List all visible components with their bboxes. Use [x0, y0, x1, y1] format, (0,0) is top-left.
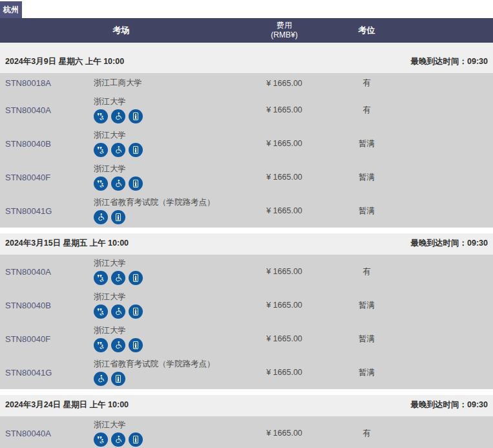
table-row: STN80041G 浙江省教育考试院（学院路考点） ¥ 1665.00 暂满 [0, 356, 493, 389]
venue-cell: 浙江大学 [90, 160, 242, 193]
table-row: STN80040F 浙江大学 ¥ 1665.00 暂满 [0, 160, 493, 194]
seat-status: 暂满 [326, 206, 407, 217]
table-header-row: 考场 费用 (RMB¥) 考位 [0, 18, 493, 43]
tab-hangzhou[interactable]: 杭州 [0, 1, 22, 18]
venue-cell: 浙江大学 [90, 127, 242, 160]
facility-icons [94, 210, 240, 224]
elevator-icon [129, 271, 143, 285]
facility-icons [94, 143, 240, 157]
venue-name: 浙江大学 [94, 420, 240, 430]
fee-value: ¥ 1665.00 [242, 105, 326, 114]
wheelchair-access-icon [111, 338, 125, 352]
seat-status: 暂满 [326, 300, 407, 311]
venue-name: 浙江大学 [94, 130, 240, 140]
venue-name: 浙江大学 [94, 258, 240, 268]
venue-code: STN80040A [0, 105, 90, 115]
wheelchair-access-icon [111, 304, 125, 319]
seat-status: 有 [326, 105, 407, 116]
date-section: 2024年3月9日 星期六 上午 10:00 最晚到达时间：09:30 STN8… [0, 43, 493, 228]
venue-name: 浙江大学 [94, 164, 240, 174]
table-row: STN80040A 浙江大学 ¥ 1665.00 有 [0, 93, 493, 127]
venue-name: 浙江大学 [94, 325, 240, 336]
date-section-header: 2024年3月9日 星期六 上午 10:00 最晚到达时间：09:30 [0, 43, 493, 73]
hearing-assistance-icon [94, 304, 108, 319]
column-header-seat: 考位 [326, 25, 407, 36]
fee-value: ¥ 1665.00 [242, 368, 326, 377]
fee-value: ¥ 1665.00 [242, 334, 326, 343]
hearing-assistance-icon [94, 176, 108, 191]
venue-code: STN80040A [0, 429, 90, 438]
hearing-assistance-icon [94, 271, 108, 285]
hearing-assistance-icon [94, 143, 108, 157]
venue-code: STN80041G [0, 206, 90, 216]
seat-status: 暂满 [326, 367, 407, 378]
date-section-header: 2024年3月15日 星期五 上午 10:00 最晚到达时间：09:30 [0, 233, 493, 255]
test-centre-availability-page: 杭州 考场 费用 (RMB¥) 考位 2024年3月9日 星期六 上午 10:0… [0, 0, 493, 448]
sections-container: 2024年3月9日 星期六 上午 10:00 最晚到达时间：09:30 STN8… [0, 43, 493, 448]
facility-icons [94, 176, 240, 191]
seat-status: 暂满 [326, 138, 407, 149]
section-arrival: 最晚到达时间：09:30 [411, 56, 488, 67]
section-arrival: 最晚到达时间：09:30 [411, 238, 488, 249]
venue-name: 浙江工商大学 [94, 78, 240, 88]
seat-status: 有 [326, 428, 407, 439]
venue-name: 浙江省教育考试院（学院路考点） [94, 359, 240, 369]
fee-value: ¥ 1665.00 [242, 79, 326, 88]
venue-cell: 浙江工商大学 [90, 74, 242, 91]
elevator-icon [129, 109, 143, 123]
section-rows: STN80040A 浙江大学 ¥ 1665.00 有 STN80040B 浙江大… [0, 255, 493, 389]
venue-cell: 浙江省教育考试院（学院路考点） [90, 194, 242, 227]
column-header-fee: 费用 (RMB¥) [242, 21, 326, 40]
venue-cell: 浙江大学 [90, 93, 242, 126]
venue-cell: 浙江省教育考试院（学院路考点） [90, 356, 242, 389]
seat-status: 暂满 [326, 172, 407, 183]
fee-value: ¥ 1665.00 [242, 139, 326, 148]
venue-cell: 浙江大学 [90, 416, 242, 448]
venue-cell: 浙江大学 [90, 288, 242, 321]
table-row: STN80040A 浙江大学 ¥ 1665.00 有 [0, 416, 493, 448]
section-date: 2024年3月15日 星期五 上午 10:00 [5, 238, 129, 249]
hearing-assistance-icon [94, 432, 108, 447]
table-row: STN80040B 浙江大学 ¥ 1665.00 暂满 [0, 288, 493, 322]
table-row: STN80040F 浙江大学 ¥ 1665.00 暂满 [0, 322, 493, 356]
wheelchair-access-icon [111, 176, 125, 191]
fee-header-line1: 费用 [242, 21, 326, 30]
facility-icons [94, 271, 240, 285]
section-date: 2024年3月24日 星期日 上午 10:00 [5, 400, 129, 411]
venue-name: 浙江大学 [94, 96, 240, 107]
wheelchair-access-icon [111, 109, 125, 123]
venue-code: STN80040F [0, 173, 90, 182]
venue-code: STN80040A [0, 267, 90, 277]
venue-code: STN80040B [0, 301, 90, 310]
facility-icons [94, 372, 240, 386]
elevator-icon [129, 143, 143, 157]
wheelchair-access-icon [111, 271, 125, 285]
wheelchair-access-icon [94, 372, 108, 386]
fee-value: ¥ 1665.00 [242, 429, 326, 438]
facility-icons [94, 338, 240, 352]
elevator-icon [129, 304, 143, 319]
venue-name: 浙江大学 [94, 292, 240, 302]
table-row: STN80041G 浙江省教育考试院（学院路考点） ¥ 1665.00 暂满 [0, 194, 493, 228]
fee-value: ¥ 1665.00 [242, 267, 326, 276]
date-section: 2024年3月15日 星期五 上午 10:00 最晚到达时间：09:30 STN… [0, 233, 493, 389]
section-rows: STN80040A 浙江大学 ¥ 1665.00 有 [0, 416, 493, 448]
venue-cell: 浙江大学 [90, 255, 242, 288]
elevator-icon [129, 176, 143, 191]
elevator-icon [111, 210, 125, 224]
column-header-venue: 考场 [0, 25, 242, 36]
seat-status: 有 [326, 266, 407, 277]
facility-icons [94, 432, 240, 447]
fee-value: ¥ 1665.00 [242, 173, 326, 182]
section-rows: STN80018A 浙江工商大学 ¥ 1665.00 有 STN80040A 浙… [0, 73, 493, 228]
section-date: 2024年3月9日 星期六 上午 10:00 [5, 56, 124, 67]
hearing-assistance-icon [94, 338, 108, 352]
venue-cell: 浙江大学 [90, 322, 242, 355]
wheelchair-access-icon [111, 432, 125, 447]
elevator-icon [129, 432, 143, 447]
section-arrival: 最晚到达时间：09:30 [411, 400, 488, 411]
venue-code: STN80040F [0, 334, 90, 344]
venue-code: STN80040B [0, 139, 90, 149]
seat-status: 有 [326, 78, 407, 89]
date-section: 2024年3月24日 星期日 上午 10:00 最晚到达时间：09:30 STN… [0, 395, 493, 448]
